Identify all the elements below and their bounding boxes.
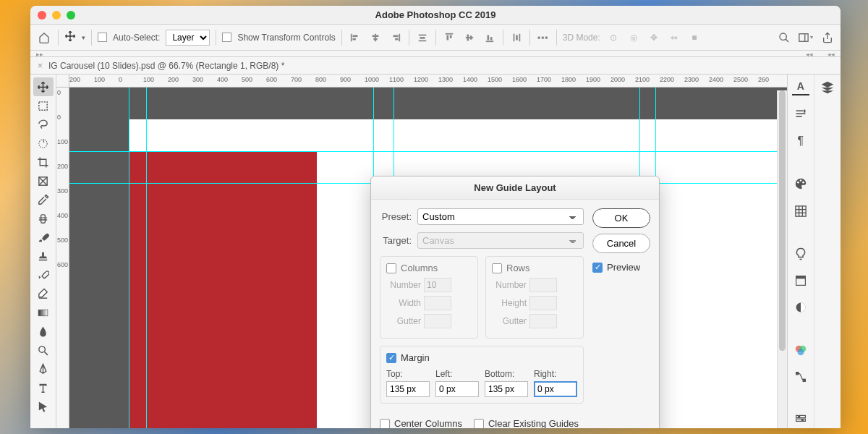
pen-tool[interactable] [33, 359, 54, 378]
ruler-tick: 2300 [684, 76, 699, 83]
paragraph-styles-icon[interactable] [792, 106, 809, 122]
center-columns-checkbox[interactable] [380, 419, 390, 429]
history-brush-tool[interactable] [33, 265, 54, 284]
ruler-tick: 1100 [389, 76, 404, 83]
margin-left-input[interactable] [435, 381, 479, 397]
character-panel-icon[interactable]: A [792, 79, 809, 95]
scrollbar-thumb[interactable] [779, 90, 786, 351]
vertical-ruler[interactable]: 00100200300400500600 [56, 88, 69, 428]
margin-label: Margin [401, 352, 430, 363]
move-tool[interactable] [33, 77, 54, 96]
paths-panel-icon[interactable] [792, 369, 809, 386]
quick-select-tool[interactable] [33, 134, 54, 153]
3d-slide-icon[interactable]: ⇔ [667, 30, 681, 45]
learn-panel-icon[interactable] [792, 245, 809, 262]
ruler-tick: 100 [57, 138, 68, 145]
path-select-tool[interactable] [33, 397, 54, 416]
frame-tool[interactable] [33, 171, 54, 190]
healing-tool[interactable] [33, 209, 54, 228]
swatches-panel-icon[interactable] [792, 203, 809, 219]
align-bottom-icon[interactable] [482, 30, 497, 45]
align-top-icon[interactable] [442, 30, 456, 45]
layers-panel-icon[interactable] [819, 79, 836, 96]
align-left-icon[interactable] [348, 30, 362, 45]
distribute-v-icon[interactable] [509, 30, 524, 45]
glyphs-icon[interactable]: ¶ [792, 133, 809, 150]
document-tab-label[interactable]: IG Carousel (10 Slides).psd @ 66.7% (Rec… [48, 61, 284, 71]
col-width-label: Width [386, 298, 421, 308]
columns-group: Columns Number Width Gutter [380, 256, 478, 339]
auto-select-target[interactable]: Layer [166, 30, 210, 46]
3d-pan-icon[interactable]: ✥ [647, 30, 661, 45]
align-center-v-icon[interactable] [462, 30, 477, 45]
preview-checkbox[interactable]: ✓ [592, 263, 603, 273]
expand-left-icon[interactable]: ▸▸ [36, 51, 43, 56]
svg-point-24 [780, 33, 786, 40]
rectangle-shape[interactable] [129, 151, 317, 428]
search-icon[interactable] [777, 30, 791, 45]
vertical-scrollbar[interactable] [777, 90, 787, 428]
libraries-panel-icon[interactable] [792, 272, 809, 289]
properties-panel-icon[interactable] [792, 412, 809, 428]
svg-rect-11 [419, 40, 427, 41]
align-center-h-icon[interactable] [368, 30, 383, 45]
svg-point-50 [797, 349, 804, 355]
3d-camera-icon[interactable]: ■ [687, 30, 702, 45]
workspace-switcher-icon[interactable]: ▾ [799, 30, 813, 45]
stamp-tool[interactable] [33, 247, 54, 265]
margin-top-input[interactable] [386, 381, 430, 397]
row-gutter-label: Gutter [492, 316, 527, 326]
ruler-tick: 0 [119, 76, 122, 83]
close-tab-button[interactable]: × [38, 61, 43, 71]
adjustments-panel-icon[interactable] [792, 299, 809, 315]
gradient-tool[interactable] [33, 303, 54, 322]
eyedropper-tool[interactable] [33, 190, 54, 209]
lasso-tool[interactable] [33, 115, 54, 134]
brush-tool[interactable] [33, 228, 54, 247]
ruler-tick: 700 [291, 76, 302, 83]
preset-select[interactable]: Custom [417, 208, 584, 225]
channels-panel-icon[interactable] [792, 341, 809, 358]
share-icon[interactable] [820, 30, 835, 45]
color-panel-icon[interactable] [792, 176, 809, 192]
margin-right-input[interactable] [534, 381, 577, 397]
svg-rect-22 [516, 35, 518, 40]
collapse-right-icon[interactable]: ◂◂ [806, 51, 813, 56]
ok-button[interactable]: OK [592, 208, 650, 228]
col-gutter-label: Gutter [386, 316, 421, 326]
3d-roll-icon[interactable]: ◎ [626, 30, 641, 45]
guide-vertical[interactable] [146, 88, 147, 428]
window-title: Adobe Photoshop CC 2019 [30, 9, 841, 20]
col-gutter-input [424, 314, 451, 328]
guide-horizontal[interactable] [69, 151, 787, 152]
align-right-icon[interactable] [388, 30, 403, 45]
chevron-down-icon[interactable]: ▾ [82, 34, 85, 41]
rows-group: Rows Number Height Gutter [485, 256, 584, 339]
distribute-h-icon[interactable] [415, 30, 430, 45]
rows-checkbox[interactable] [492, 263, 502, 273]
titlebar: Adobe Photoshop CC 2019 [30, 6, 841, 25]
cancel-button[interactable]: Cancel [592, 234, 650, 253]
columns-checkbox[interactable] [386, 263, 396, 273]
new-guide-layout-dialog: New Guide Layout Preset: Custom Target: … [370, 176, 660, 428]
blur-tool[interactable] [33, 322, 54, 341]
margin-checkbox[interactable]: ✓ [386, 353, 396, 363]
3d-orbit-icon[interactable]: ⊙ [606, 30, 621, 45]
svg-rect-15 [466, 37, 474, 38]
auto-select-checkbox[interactable] [98, 33, 107, 42]
more-options-icon[interactable]: ••• [536, 30, 550, 45]
collapse-right-icon-2[interactable]: ◂◂ [827, 51, 835, 56]
show-transform-checkbox[interactable] [222, 33, 231, 42]
type-tool[interactable] [33, 378, 54, 397]
guide-vertical[interactable] [129, 88, 129, 428]
marquee-tool[interactable] [33, 96, 54, 115]
ruler-tick: 100 [143, 76, 154, 83]
margin-bottom-input[interactable] [485, 381, 528, 397]
eraser-tool[interactable] [33, 284, 54, 303]
svg-rect-18 [486, 41, 494, 42]
home-button[interactable] [36, 30, 52, 46]
dodge-tool[interactable] [33, 341, 54, 359]
crop-tool[interactable] [33, 153, 54, 171]
clear-guides-checkbox[interactable] [474, 419, 484, 429]
horizontal-ruler[interactable]: 2001000100200300400500600700800900100011… [69, 75, 787, 88]
